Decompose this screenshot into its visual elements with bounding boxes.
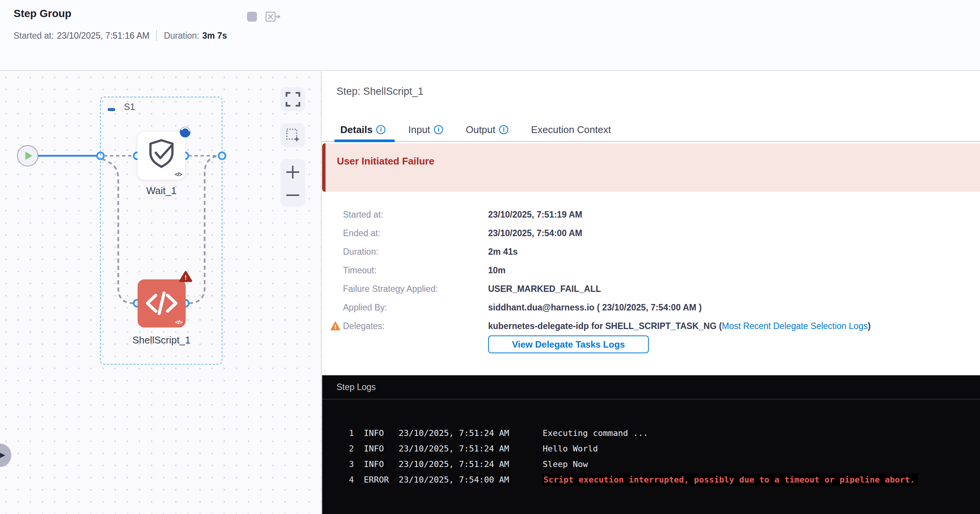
detail-value: 23/10/2025, 7:51:19 AM (488, 210, 980, 220)
detail-row-ended-at: Ended at: 23/10/2025, 7:54:00 AM (322, 224, 980, 243)
detail-label: Timeout: (343, 265, 488, 275)
step-details-panel: Step: ShellScript_1 Details i Input i Ou… (322, 71, 980, 514)
started-at-label: Started at: (14, 31, 54, 41)
delegates-value: kubernetes-delegate-idp for SHELL_SCRIPT… (488, 321, 980, 331)
log-timestamp: 23/10/2025, 7:51:24 AM (399, 428, 542, 438)
failed-status-badge: ! (179, 271, 192, 282)
node-label-shellscript-1: ShellScript_1 (123, 334, 200, 346)
detail-label: Duration: (343, 247, 488, 257)
info-icon[interactable]: i (434, 125, 443, 134)
tab-details[interactable]: Details i (334, 120, 391, 140)
marquee-select-icon (285, 127, 301, 143)
warning-icon (331, 321, 340, 331)
view-delegate-tasks-logs-button[interactable]: View Delegate Tasks Logs (488, 336, 649, 353)
tab-bar: Details i Input i Output i Execution Con… (334, 120, 617, 140)
log-message: Hello World (542, 444, 598, 454)
header-divider (0, 70, 980, 71)
detail-row-delegates: Delegates: kubernetes-delegate-idp for S… (322, 317, 980, 336)
pipeline-start-node[interactable] (17, 145, 38, 166)
collapse-group-icon[interactable] (108, 108, 115, 111)
meta-separator (156, 30, 157, 41)
marquee-select-button[interactable] (280, 123, 305, 147)
step-panel-title: Step: ShellScript_1 (337, 86, 424, 97)
log-line-number: 1 (347, 428, 354, 438)
x-square-arrow-glyph (265, 11, 280, 22)
log-message: Executing command ... (542, 428, 648, 438)
log-timestamp: 23/10/2025, 7:51:24 AM (399, 460, 542, 469)
fit-screen-icon (285, 91, 301, 107)
detail-label: Failure Strategy Applied: (343, 284, 488, 294)
fit-to-screen-button[interactable] (280, 87, 305, 111)
exclamation-glyph: ! (185, 274, 187, 281)
zoom-controls (280, 159, 305, 207)
tab-execution-context[interactable]: Execution Context (525, 120, 617, 140)
detail-row-started-at: Started at: 23/10/2025, 7:51:19 AM (322, 205, 980, 224)
error-banner: User Initiated Failure (322, 143, 980, 192)
node-shellscript-1[interactable]: </> ! (138, 279, 186, 328)
delegates-value-text: kubernetes-delegate-idp for SHELL_SCRIPT… (488, 321, 722, 331)
detail-value: 10m (488, 265, 980, 275)
log-line-3: 3 INFO 23/10/2025, 7:51:24 AM Sleep Now (322, 457, 980, 472)
tab-input-label: Input (408, 124, 430, 136)
page-title: Step Group (14, 8, 71, 20)
tab-output[interactable]: Output i (460, 120, 514, 140)
tab-input[interactable]: Input i (402, 120, 449, 140)
info-icon[interactable]: i (499, 125, 508, 134)
step-logs-title: Step Logs (337, 382, 376, 392)
detail-value: 23/10/2025, 7:54:00 AM (488, 228, 980, 239)
detail-label: Started at: (343, 210, 488, 220)
log-line-number: 3 (347, 460, 354, 469)
node-wait-1[interactable]: </> (138, 132, 185, 180)
delegate-selection-logs-link[interactable]: Most Recent Delegate Selection Logs (722, 321, 868, 331)
detail-row-duration: Duration: 2m 41s (322, 243, 980, 261)
log-level: INFO (364, 444, 394, 454)
duration-value: 3m 7s (202, 31, 227, 41)
log-line-1: 1 INFO 23/10/2025, 7:51:24 AM Executing … (322, 425, 980, 441)
header-meta: Started at: 23/10/2025, 7:51:16 AM Durat… (14, 30, 227, 41)
active-tab-underline (334, 140, 395, 142)
log-rows: 1 INFO 23/10/2025, 7:51:24 AM Executing … (322, 425, 980, 487)
log-line-number: 2 (347, 444, 354, 454)
node-label-wait-1: Wait_1 (126, 185, 197, 197)
detail-value: USER_MARKED_FAIL_ALL (488, 284, 980, 294)
group-label: S1 (124, 102, 135, 112)
step-group-execution-view: Step Group Started at: 23/10/2025, 7:51:… (0, 0, 980, 514)
tab-output-label: Output (466, 124, 495, 136)
log-timestamp: 23/10/2025, 7:54:00 AM (399, 475, 542, 484)
log-line-4-error: 4 ERROR 23/10/2025, 7:54:00 AM Script ex… (322, 472, 980, 487)
log-error-message: Script execution interrupted, possibly d… (542, 473, 918, 486)
header: Step Group Started at: 23/10/2025, 7:51:… (0, 0, 980, 70)
log-timestamp: 23/10/2025, 7:51:24 AM (399, 444, 542, 454)
detail-row-applied-by: Applied By: siddhant.dua@harness.io ( 23… (322, 298, 980, 317)
detail-label: Ended at: (343, 228, 488, 239)
tabbar-divider (322, 141, 980, 142)
detail-value: 2m 41s (488, 247, 980, 257)
log-level: INFO (364, 460, 394, 469)
stop-icon[interactable] (245, 9, 259, 24)
zoom-in-icon[interactable] (286, 165, 299, 178)
code-glyph: </> (175, 171, 182, 177)
tab-details-label: Details (340, 124, 372, 136)
log-level: ERROR (364, 475, 394, 484)
detail-label: Applied By: (343, 302, 488, 313)
detail-value: siddhant.dua@harness.io ( 23/10/2025, 7:… (488, 302, 980, 313)
delegates-label: Delegates: (343, 321, 488, 331)
detail-row-failure-strategy: Failure Strategy Applied: USER_MARKED_FA… (322, 280, 980, 298)
log-line-number: 4 (347, 475, 354, 484)
play-icon (25, 152, 32, 160)
arrow-icon: ▶ (0, 451, 5, 459)
pipeline-canvas[interactable]: S1 </> Wait_1 </> ! (0, 71, 321, 514)
info-icon[interactable]: i (376, 125, 385, 134)
step-logs-console: Step Logs 1 INFO 23/10/2025, 7:51:24 AM … (322, 375, 980, 514)
detail-row-timeout: Timeout: 10m (322, 261, 980, 280)
stop-square-glyph (247, 12, 257, 22)
running-status-badge (179, 126, 191, 138)
log-level: INFO (364, 428, 394, 438)
started-at-value: 23/10/2025, 7:51:16 AM (57, 31, 149, 41)
tab-execution-context-label: Execution Context (531, 124, 611, 136)
console-divider (322, 399, 980, 399)
panel-divider (321, 71, 322, 514)
details-section: Started at: 23/10/2025, 7:51:19 AM Ended… (322, 205, 980, 336)
code-glyph: </> (175, 319, 182, 325)
x-square-arrow-icon[interactable] (265, 9, 280, 24)
